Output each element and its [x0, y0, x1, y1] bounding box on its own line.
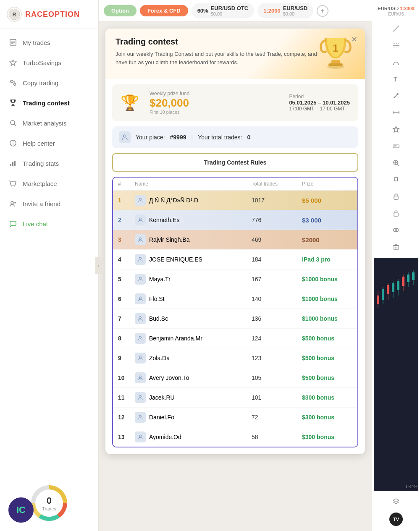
- panel-asset-leverage: 1:2000: [400, 6, 414, 11]
- live-chat-icon: [8, 219, 18, 228]
- zoom-in-tool[interactable]: [388, 155, 404, 170]
- svg-rect-16: [12, 162, 13, 166]
- sidebar-item-trading-contest[interactable]: Trading contest: [0, 93, 98, 113]
- player-trades: 776: [252, 217, 302, 223]
- prize-amount: $20,000: [150, 97, 279, 110]
- sidebar-item-market-analysis[interactable]: Market analysis: [0, 113, 98, 133]
- asset-eurusd-forex[interactable]: 1:2000 EUR/USD $0.00: [257, 3, 313, 18]
- sidebar-item-label: My trades: [23, 39, 50, 46]
- sidebar-item-marketplace[interactable]: Marketplace: [0, 173, 98, 194]
- player-avatar: [135, 333, 146, 344]
- svg-rect-79: [382, 289, 384, 300]
- player-prize: $500 bonus: [302, 335, 352, 342]
- player-prize: $300 bonus: [302, 434, 352, 440]
- player-trades: 136: [252, 315, 302, 322]
- header-name: Name: [135, 181, 252, 187]
- svg-text:1: 1: [333, 42, 338, 54]
- svg-rect-87: [402, 277, 404, 286]
- user-place-number: #9999: [170, 134, 186, 141]
- svg-point-39: [139, 395, 142, 398]
- lc-icon-button[interactable]: IC: [8, 497, 34, 523]
- ruler-tool[interactable]: [388, 139, 404, 154]
- asset-eurusd-otc[interactable]: 60% EUR/USD OTC $0.00: [192, 3, 255, 18]
- sidebar-item-my-trades[interactable]: My trades: [0, 32, 98, 52]
- table-row: 6 Flo.St 140 $1000 bonus: [113, 289, 357, 309]
- user-place-row: Your place: #9999 | Your total trades: 0: [112, 126, 358, 148]
- text-tool[interactable]: T: [388, 71, 404, 86]
- trades-count: 0: [42, 495, 56, 506]
- svg-rect-66: [394, 196, 398, 199]
- visibility-tool[interactable]: [388, 222, 404, 238]
- lock-tool[interactable]: [388, 189, 404, 204]
- player-trades: 140: [252, 296, 302, 302]
- sidebar-item-label: Trading contest: [23, 99, 70, 107]
- lc-icon-label: IC: [16, 505, 26, 515]
- svg-point-35: [139, 317, 142, 319]
- node-tool[interactable]: [388, 88, 404, 103]
- leaderboard-header: # Name Total trades Prize: [113, 178, 357, 191]
- panel-asset-full: EUR/US: [377, 12, 415, 16]
- player-avatar: [135, 293, 146, 304]
- delete-tool[interactable]: [388, 239, 404, 254]
- player-name: Д Ñ Ñ Д°Đ»Ñ Đ¹.Đ: [135, 195, 252, 206]
- rules-button[interactable]: Trading Contest Rules: [112, 153, 358, 172]
- table-row: 12 Daniel.Fo 72 $300 bonus: [113, 408, 357, 427]
- sidebar-item-turbo-savings[interactable]: TurboSavings: [0, 52, 98, 73]
- svg-point-31: [139, 238, 142, 240]
- asset-name-forex: EUR/USD: [283, 5, 308, 11]
- layers-tool[interactable]: [388, 494, 404, 509]
- sidebar-item-label: Market analysis: [23, 120, 66, 127]
- unlock-tool[interactable]: [388, 206, 404, 221]
- sidebar-item-live-chat[interactable]: Live chat: [0, 214, 98, 234]
- rank-number: 8: [118, 335, 135, 342]
- asset-leverage: 1:2000: [263, 8, 280, 14]
- favorite-tool[interactable]: [388, 122, 404, 137]
- right-panel: EUR/USD 1:2000 EUR/US T: [372, 0, 420, 531]
- logo-icon: R: [7, 7, 22, 22]
- svg-rect-70: [394, 246, 398, 250]
- header-trades: Total trades: [252, 181, 302, 187]
- sidebar-item-invite-friend[interactable]: Invite a friend: [0, 194, 98, 214]
- rank-number: 1: [118, 197, 135, 204]
- sidebar-collapse-handle[interactable]: ‹: [95, 257, 102, 274]
- user-trades-count: 0: [247, 134, 250, 141]
- add-asset-button[interactable]: +: [317, 5, 328, 17]
- trading-contest-icon: [8, 98, 18, 107]
- trades-label: Trades: [42, 506, 56, 511]
- svg-rect-89: [407, 275, 410, 282]
- header-rank: #: [118, 181, 135, 187]
- rank-number: 11: [118, 394, 135, 401]
- player-trades: 184: [252, 256, 302, 263]
- player-name: Ayomide.Od: [135, 432, 252, 442]
- measure-tool[interactable]: [388, 105, 404, 120]
- svg-rect-17: [14, 161, 16, 166]
- sidebar-item-copy-trading[interactable]: Copy trading: [0, 73, 98, 93]
- chart-time: 08:19: [406, 484, 417, 489]
- player-trades: 101: [252, 394, 302, 401]
- horizontal-line-tool[interactable]: [388, 38, 404, 53]
- player-prize: $3 000: [302, 217, 352, 224]
- svg-rect-54: [393, 145, 399, 148]
- magnet-tool[interactable]: [388, 172, 404, 187]
- sidebar-item-help-center[interactable]: i Help center: [0, 133, 98, 153]
- prize-trophy-icon: 🏆: [121, 94, 139, 112]
- tab-option[interactable]: Option: [104, 5, 136, 16]
- player-avatar: [135, 214, 146, 225]
- collapse-icon: ‹: [98, 263, 100, 269]
- sidebar-item-trading-stats[interactable]: Trading stats: [0, 153, 98, 173]
- player-name: JOSE ENRIQUE.ES: [135, 254, 252, 265]
- svg-rect-83: [392, 283, 394, 292]
- invite-friend-icon: [8, 199, 18, 208]
- help-center-icon: i: [8, 139, 18, 148]
- trophy-image: 1: [315, 33, 357, 71]
- svg-text:R: R: [13, 12, 16, 18]
- svg-point-41: [139, 435, 142, 437]
- tab-forex[interactable]: Forex & CFD: [140, 5, 188, 16]
- rank-number: 7: [118, 315, 135, 322]
- curve-tool[interactable]: [388, 55, 404, 70]
- player-avatar: [135, 254, 146, 265]
- rank-number: 4: [118, 256, 135, 263]
- svg-line-59: [397, 164, 399, 166]
- trading-contest-modal: ✕ Trading contest Join our weekly Tradin…: [105, 29, 365, 454]
- draw-line-tool[interactable]: [388, 21, 404, 36]
